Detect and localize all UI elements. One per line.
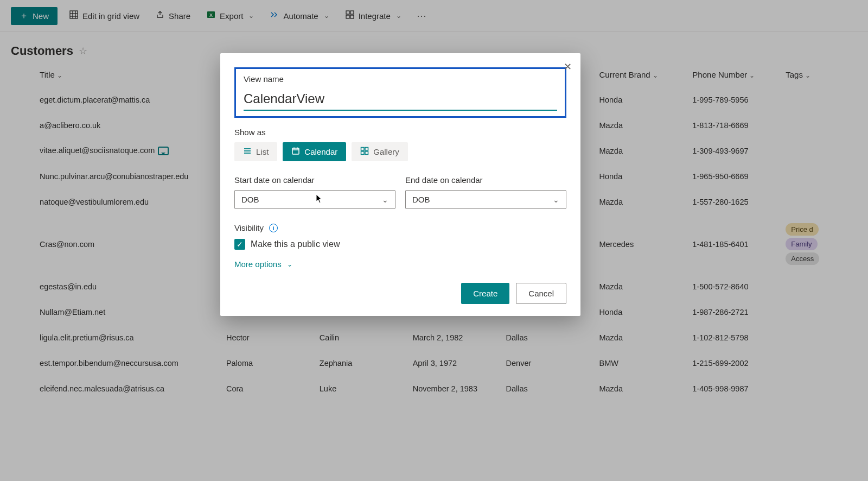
more-options-label: More options xyxy=(234,260,282,269)
svg-rect-20 xyxy=(361,151,365,155)
svg-rect-18 xyxy=(361,148,365,151)
cancel-button[interactable]: Cancel xyxy=(516,283,566,304)
end-date-select[interactable]: DOB ⌄ xyxy=(405,190,566,209)
end-date-label: End date on calendar xyxy=(405,175,566,185)
public-view-checkbox[interactable]: ✓ xyxy=(234,239,245,250)
chevron-down-icon: ⌄ xyxy=(382,195,388,204)
chevron-down-icon: ⌄ xyxy=(287,261,292,268)
create-button[interactable]: Create xyxy=(461,283,509,304)
create-view-dialog: ✕ View name Show as List Calendar Galler… xyxy=(220,53,580,316)
end-date-value: DOB xyxy=(412,195,430,204)
start-date-value: DOB xyxy=(241,195,259,204)
close-icon: ✕ xyxy=(564,61,572,72)
chevron-down-icon: ⌄ xyxy=(553,195,559,204)
view-name-field-focused: View name xyxy=(234,67,566,118)
show-as-gallery[interactable]: Gallery xyxy=(352,142,408,161)
svg-rect-19 xyxy=(365,148,368,151)
check-icon: ✓ xyxy=(237,240,243,249)
view-name-label: View name xyxy=(244,74,557,84)
show-as-calendar-label: Calendar xyxy=(304,147,337,156)
public-view-label: Make this a public view xyxy=(251,239,340,249)
visibility-label: Visibility xyxy=(234,223,264,232)
svg-rect-14 xyxy=(292,148,299,154)
show-as-gallery-label: Gallery xyxy=(373,147,399,156)
start-date-select[interactable]: DOB ⌄ xyxy=(234,190,395,209)
show-as-options: List Calendar Gallery xyxy=(234,142,566,161)
info-icon[interactable]: i xyxy=(269,224,278,232)
show-as-calendar[interactable]: Calendar xyxy=(283,142,346,161)
show-as-list[interactable]: List xyxy=(234,142,277,161)
gallery-icon xyxy=(360,147,369,157)
show-as-list-label: List xyxy=(256,147,269,156)
calendar-icon xyxy=(291,147,300,157)
svg-rect-21 xyxy=(365,151,368,155)
view-name-input[interactable] xyxy=(244,89,557,111)
more-options-toggle[interactable]: More options ⌄ xyxy=(234,260,292,269)
show-as-label: Show as xyxy=(234,128,566,137)
close-button[interactable]: ✕ xyxy=(564,61,572,73)
start-date-label: Start date on calendar xyxy=(234,175,395,185)
list-icon xyxy=(243,147,252,157)
